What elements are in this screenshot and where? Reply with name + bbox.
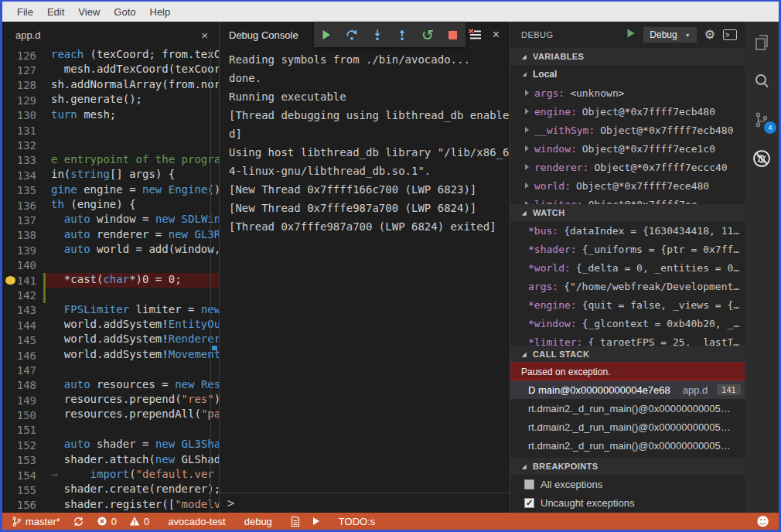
code-line[interactable]: 151 bbox=[2, 423, 219, 438]
feedback-smiley-icon[interactable]: ☻ bbox=[756, 514, 769, 529]
close-icon[interactable]: × bbox=[493, 28, 500, 42]
watch-row[interactable]: *world:{_delta = 0, _entities = 0… bbox=[510, 258, 745, 277]
code-line[interactable]: 144 world.addSystem!EntityOu bbox=[2, 318, 219, 332]
stack-frame-row[interactable]: D main@0x00000000004e7e68app.d141 bbox=[510, 380, 745, 399]
editor-scrollbar[interactable] bbox=[210, 48, 219, 513]
activity-explorer-button[interactable] bbox=[752, 32, 772, 53]
variables-header-label: VARIABLES bbox=[533, 52, 584, 61]
variable-row[interactable]: window:Object@*0x7ffff7ece1c0 bbox=[510, 139, 745, 158]
code-line[interactable]: 142 bbox=[2, 288, 219, 302]
code-line[interactable]: 133e entrypoint of the progra bbox=[2, 153, 219, 168]
code-line[interactable]: 146 world.addSystem!Movement bbox=[2, 348, 219, 363]
continue-button[interactable] bbox=[319, 28, 333, 42]
step-out-button[interactable] bbox=[395, 28, 409, 42]
scope-local[interactable]: Local bbox=[510, 65, 745, 84]
clear-console-button[interactable] bbox=[468, 29, 482, 44]
debug-config-dropdown[interactable]: Debug ▼ bbox=[643, 27, 696, 43]
warning-count[interactable]: 0 bbox=[129, 516, 149, 527]
watch-row[interactable]: *limiter:{_targetFPS = 25, _lastT… bbox=[510, 332, 745, 346]
git-branch-status[interactable]: master* bbox=[12, 516, 60, 527]
variable-row[interactable]: engine:Object@*0x7ffff7ecb480 bbox=[510, 102, 745, 121]
activity-search-button[interactable] bbox=[752, 71, 772, 91]
code-line[interactable]: 135gine engine = new Engine() bbox=[2, 183, 219, 198]
code-area[interactable]: 126reach (texCoord; from.texC127 mesh.ad… bbox=[2, 48, 219, 513]
breakpoint-icon[interactable] bbox=[5, 276, 15, 285]
watch-section-header[interactable]: WATCH bbox=[510, 204, 745, 221]
open-console-icon[interactable]: > bbox=[723, 29, 737, 40]
code-line[interactable]: 149 resources.prepend("res") bbox=[2, 393, 219, 408]
call-stack-section-header[interactable]: CALL STACK bbox=[510, 346, 745, 363]
error-icon bbox=[97, 516, 107, 527]
code-line[interactable]: 136th (engine) { bbox=[2, 198, 219, 213]
menu-item-view[interactable]: View bbox=[71, 6, 107, 18]
variable-row[interactable]: __withSym:Object@*0x7ffff7ecb480 bbox=[510, 121, 745, 139]
variable-row[interactable]: renderer:Object@*0x7ffff7eccc40 bbox=[510, 158, 745, 176]
project-name[interactable]: avocado-test bbox=[168, 516, 225, 527]
watch-row[interactable]: *engine:{quit = false, _views = {… bbox=[510, 295, 745, 314]
activity-debug-button[interactable] bbox=[752, 148, 772, 169]
expand-icon bbox=[525, 145, 529, 152]
todo-status[interactable]: TODO:s bbox=[339, 516, 375, 527]
activity-bar: 4 bbox=[745, 22, 779, 513]
breakpoints-section-header[interactable]: BREAKPOINTS bbox=[510, 458, 745, 475]
restart-button[interactable]: ↺ bbox=[421, 28, 435, 42]
checkbox[interactable]: ✓ bbox=[524, 498, 534, 508]
watch-row[interactable]: *shader:{_uniforms = {ptr = 0x7ff… bbox=[510, 240, 745, 258]
code-line[interactable]: 154→ import("default.ver bbox=[2, 468, 219, 483]
code-line[interactable]: 156 shader.register(["modelv bbox=[2, 498, 219, 513]
code-line[interactable]: 130turn mesh; bbox=[2, 108, 219, 123]
step-into-button[interactable] bbox=[370, 28, 384, 42]
watch-row[interactable]: *bus:{dataIndex = {1630434418, 11… bbox=[510, 221, 745, 240]
variable-row[interactable]: limiter:Object@*0x7ffff7ec… bbox=[510, 195, 745, 204]
stack-frame-row[interactable]: rt.dmain2._d_run_main()@0x00000000005… bbox=[510, 436, 745, 455]
line-number: 130 bbox=[2, 109, 36, 121]
run-task-button[interactable] bbox=[312, 517, 320, 526]
code-line[interactable]: 131 bbox=[2, 123, 219, 138]
frame-label: rt.dmain2._d_run_main()@0x00000000005… bbox=[528, 421, 731, 433]
code-line[interactable]: 126reach (texCoord; from.texC bbox=[2, 48, 219, 63]
code-line[interactable]: 147 bbox=[2, 363, 219, 377]
stack-frame-row[interactable]: rt.dmain2._d_run_main()@0x00000000005… bbox=[510, 418, 745, 436]
code-line[interactable]: 138 auto renderer = new GL3R bbox=[2, 228, 219, 243]
tab-app-d[interactable]: app.d × bbox=[2, 22, 219, 48]
code-line[interactable]: 148 auto resources = new Res bbox=[2, 378, 219, 393]
stack-frame-row[interactable]: rt.dmain2._d_run_main()@0x00000000005… bbox=[510, 399, 745, 418]
stop-button[interactable] bbox=[446, 28, 460, 42]
code-line[interactable]: 155 shader.create(renderer); bbox=[2, 483, 219, 497]
code-line[interactable]: 153 shader.attach(new GLShad bbox=[2, 453, 219, 468]
menu-item-goto[interactable]: Goto bbox=[107, 6, 142, 18]
sync-button[interactable] bbox=[73, 516, 84, 527]
watch-row[interactable]: args:{"/home/webfreak/Development… bbox=[510, 277, 745, 295]
variable-row[interactable]: args:<unknown> bbox=[510, 84, 745, 102]
code-line[interactable]: 152 auto shader = new GL3Sha bbox=[2, 438, 219, 452]
close-icon[interactable]: × bbox=[201, 29, 208, 41]
report-button[interactable] bbox=[291, 516, 300, 527]
variables-section-header[interactable]: VARIABLES bbox=[510, 48, 745, 65]
start-debug-button[interactable] bbox=[626, 28, 636, 42]
step-over-button[interactable] bbox=[345, 28, 359, 42]
code-line[interactable]: 150 resources.prependAll("pa bbox=[2, 408, 219, 422]
debug-mode-status[interactable]: debug bbox=[244, 516, 272, 527]
code-line[interactable]: 145 world.addSystem!Renderer bbox=[2, 332, 219, 347]
checkbox[interactable] bbox=[524, 479, 534, 489]
code-line[interactable]: 132 bbox=[2, 138, 219, 152]
menu-item-help[interactable]: Help bbox=[143, 6, 178, 18]
code-line[interactable]: 127 mesh.addTexCoord(texCoor bbox=[2, 63, 219, 77]
code-line[interactable]: 128sh.addNormalArray(from.nor bbox=[2, 78, 219, 93]
error-count[interactable]: 0 bbox=[97, 516, 117, 527]
variable-row[interactable]: world:Object@*0x7ffff7ece480 bbox=[510, 176, 745, 195]
activity-source-control-button[interactable]: 4 bbox=[752, 110, 772, 130]
code-line[interactable]: 137 auto window = new SDLWin bbox=[2, 213, 219, 227]
watch-row[interactable]: *window:{_glcontext = 0xb40b20, _… bbox=[510, 314, 745, 332]
menu-item-edit[interactable]: Edit bbox=[40, 6, 71, 18]
menu-item-file[interactable]: File bbox=[10, 6, 40, 18]
code-line[interactable]: 129sh.generate(); bbox=[2, 93, 219, 107]
code-line[interactable]: 140 bbox=[2, 257, 219, 272]
code-line[interactable]: 139 auto world = add(window, bbox=[2, 243, 219, 257]
code-line[interactable]: 134in(string[] args) { bbox=[2, 168, 219, 182]
code-text: *cast(char*)0 = 0; bbox=[46, 273, 219, 288]
debug-repl-input[interactable]: > bbox=[220, 493, 510, 513]
code-line[interactable]: 143 FPSLimiter limiter = new bbox=[2, 303, 219, 318]
code-line[interactable]: 141 *cast(char*)0 = 0; bbox=[2, 273, 219, 288]
gear-icon[interactable]: ⚙ bbox=[704, 29, 715, 41]
